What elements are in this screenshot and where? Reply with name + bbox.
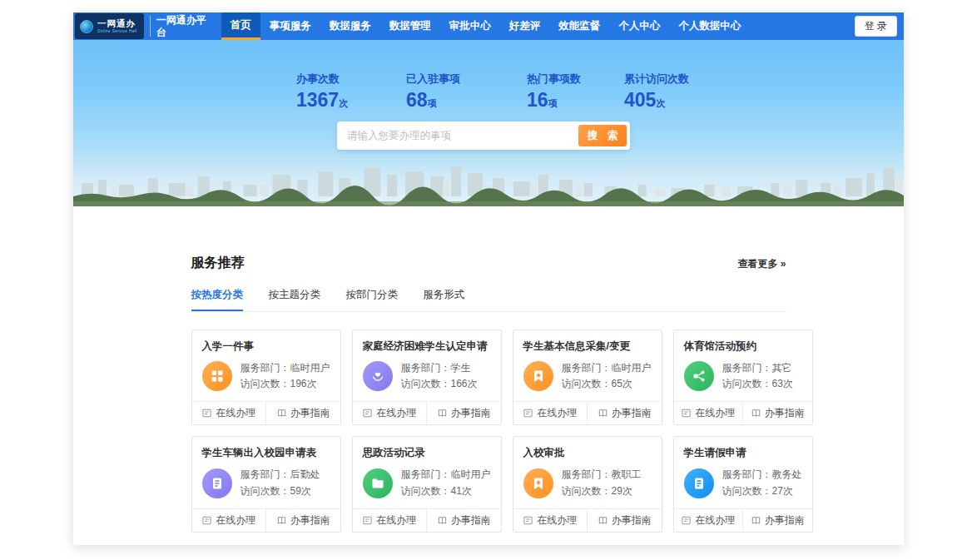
visits-label: 访问次数： bbox=[722, 485, 772, 497]
guide-button[interactable]: 办事指南 bbox=[742, 509, 812, 532]
service-tabs: 按热度分类 按主题分类 按部门分类 服务形式 bbox=[191, 286, 786, 312]
platform-title: 一网通办平台 bbox=[150, 16, 215, 37]
nav-menu: 首页 事项服务 数据服务 数据管理 审批中心 好差评 效能监督 个人中心 个人数… bbox=[221, 12, 751, 40]
dept-value: 学生 bbox=[451, 362, 471, 374]
book-icon bbox=[598, 515, 608, 526]
dept-value: 临时用户 bbox=[451, 468, 491, 480]
dept-value: 其它 bbox=[772, 362, 792, 374]
nav-item-data-services[interactable]: 数据服务 bbox=[320, 12, 380, 40]
visits-label: 访问次数： bbox=[241, 485, 290, 497]
guide-button[interactable]: 办事指南 bbox=[742, 402, 812, 424]
card-title: 学生请假申请 bbox=[674, 437, 812, 465]
tab-by-department[interactable]: 按部门分类 bbox=[345, 288, 398, 310]
guide-button[interactable]: 办事指南 bbox=[265, 402, 340, 424]
online-handle-button[interactable]: 在线办理 bbox=[674, 509, 743, 532]
service-card[interactable]: 学生车辆出入校园申请表 服务部门：后勤处 访问次数：59次 在线办理 bbox=[191, 436, 341, 532]
nav-item-services[interactable]: 事项服务 bbox=[260, 12, 320, 40]
portal-page: 一网通办 Online Service Hall 一网通办平台 首页 事项服务 … bbox=[73, 12, 904, 545]
city-skyline-image bbox=[73, 148, 904, 206]
form-icon bbox=[201, 408, 212, 419]
nav-item-personal-data-center[interactable]: 个人数据中心 bbox=[669, 12, 750, 40]
visits-value: 65次 bbox=[612, 378, 632, 389]
card-title: 入学一件事 bbox=[192, 330, 340, 359]
guide-button[interactable]: 办事指南 bbox=[587, 509, 662, 532]
online-handle-button[interactable]: 在线办理 bbox=[192, 509, 266, 532]
document-icon bbox=[684, 468, 714, 498]
service-card[interactable]: 入学一件事 服务部门：临时用户 访问次数：196次 在线办理 bbox=[191, 330, 341, 425]
form-icon bbox=[201, 515, 212, 526]
book-icon bbox=[276, 515, 287, 526]
form-icon bbox=[681, 515, 692, 526]
book-icon bbox=[437, 515, 448, 526]
visits-label: 访问次数： bbox=[562, 485, 612, 497]
online-handle-button[interactable]: 在线办理 bbox=[513, 509, 588, 532]
stat-label: 已入驻事项 bbox=[406, 72, 460, 87]
guide-button[interactable]: 办事指南 bbox=[587, 402, 662, 424]
nav-item-data-management[interactable]: 数据管理 bbox=[380, 12, 440, 40]
nav-item-personal-center[interactable]: 个人中心 bbox=[609, 12, 669, 40]
logo-subtext: Online Service Hall bbox=[97, 30, 137, 34]
card-title: 家庭经济困难学生认定申请 bbox=[353, 330, 501, 359]
visits-value: 196次 bbox=[290, 378, 317, 389]
top-nav: 一网通办 Online Service Hall 一网通办平台 首页 事项服务 … bbox=[73, 12, 904, 40]
tab-service-form[interactable]: 服务形式 bbox=[423, 288, 464, 310]
online-handle-button[interactable]: 在线办理 bbox=[513, 402, 588, 424]
visits-value: 27次 bbox=[772, 485, 793, 497]
stat-unit: 项 bbox=[548, 98, 558, 108]
online-handle-button[interactable]: 在线办理 bbox=[353, 402, 427, 424]
brand-logo: 一网通办 Online Service Hall bbox=[75, 13, 144, 39]
stat-registered-items: 已入驻事项 68项 bbox=[406, 72, 460, 112]
search-input[interactable] bbox=[337, 130, 578, 141]
visits-value: 29次 bbox=[612, 485, 632, 497]
online-handle-button[interactable]: 在线办理 bbox=[353, 509, 427, 532]
section-title: 服务推荐 bbox=[191, 255, 245, 272]
service-card[interactable]: 体育馆活动预约 服务部门：其它 访问次数：63次 在线办理 bbox=[673, 330, 813, 425]
dept-label: 服务部门： bbox=[562, 468, 612, 480]
visits-label: 访问次数： bbox=[401, 485, 451, 497]
nav-item-reviews[interactable]: 好差评 bbox=[500, 12, 550, 40]
login-button[interactable]: 登 录 bbox=[855, 16, 897, 37]
nav-item-efficiency[interactable]: 效能监督 bbox=[549, 12, 609, 40]
stat-label: 累计访问次数 bbox=[624, 72, 689, 87]
stat-transactions: 办事次数 1367次 bbox=[296, 72, 348, 112]
tab-by-topic[interactable]: 按主题分类 bbox=[268, 288, 320, 310]
stat-label: 办事次数 bbox=[296, 72, 348, 87]
stat-total-visits: 累计访问次数 405次 bbox=[624, 72, 689, 112]
dept-label: 服务部门： bbox=[241, 362, 290, 374]
stat-value: 1367 bbox=[296, 89, 339, 111]
hero-banner: 办事次数 1367次 已入驻事项 68项 热门事项数 16项 累计访问次数 40… bbox=[73, 40, 904, 206]
service-card[interactable]: 学生请假申请 服务部门：教务处 访问次数：27次 在线办理 bbox=[673, 436, 813, 532]
guide-button[interactable]: 办事指南 bbox=[426, 509, 501, 532]
online-handle-button[interactable]: 在线办理 bbox=[192, 402, 266, 424]
service-card[interactable]: 家庭经济困难学生认定申请 服务部门：学生 访问次数：166次 在线办理 bbox=[352, 330, 502, 425]
guide-button[interactable]: 办事指南 bbox=[265, 509, 340, 532]
form-icon bbox=[362, 515, 373, 526]
nav-item-approval-center[interactable]: 审批中心 bbox=[440, 12, 500, 40]
visits-label: 访问次数： bbox=[241, 378, 290, 389]
service-card[interactable]: 学生基本信息采集/变更 服务部门：临时用户 访问次数：65次 在线办理 bbox=[513, 330, 662, 425]
bookmark-star-icon bbox=[523, 468, 553, 498]
book-icon bbox=[437, 408, 448, 419]
tab-by-popularity[interactable]: 按热度分类 bbox=[191, 288, 244, 311]
book-icon bbox=[751, 515, 761, 526]
bookmark-star-icon bbox=[523, 361, 553, 391]
visits-label: 访问次数： bbox=[722, 378, 772, 389]
dept-value: 临时用户 bbox=[290, 362, 330, 374]
dept-value: 教务处 bbox=[772, 468, 802, 480]
service-card[interactable]: 入校审批 服务部门：教职工 访问次数：29次 在线办理 bbox=[513, 436, 662, 532]
card-title: 学生车辆出入校园申请表 bbox=[192, 437, 340, 465]
search-button[interactable]: 搜 索 bbox=[578, 125, 627, 146]
dept-label: 服务部门： bbox=[722, 468, 772, 480]
card-title: 入校审批 bbox=[513, 437, 662, 465]
visits-value: 166次 bbox=[451, 378, 478, 389]
service-card[interactable]: 思政活动记录 服务部门：临时用户 访问次数：41次 在线办理 bbox=[352, 436, 502, 532]
stat-unit: 项 bbox=[428, 98, 437, 108]
guide-button[interactable]: 办事指南 bbox=[426, 402, 501, 424]
dept-label: 服务部门： bbox=[562, 362, 612, 374]
online-handle-button[interactable]: 在线办理 bbox=[674, 402, 743, 424]
stat-value: 68 bbox=[406, 89, 428, 111]
share-nodes-icon bbox=[684, 361, 714, 391]
nav-item-home[interactable]: 首页 bbox=[221, 12, 260, 40]
view-more-link[interactable]: 查看更多 » bbox=[737, 257, 786, 271]
dept-label: 服务部门： bbox=[722, 362, 772, 374]
